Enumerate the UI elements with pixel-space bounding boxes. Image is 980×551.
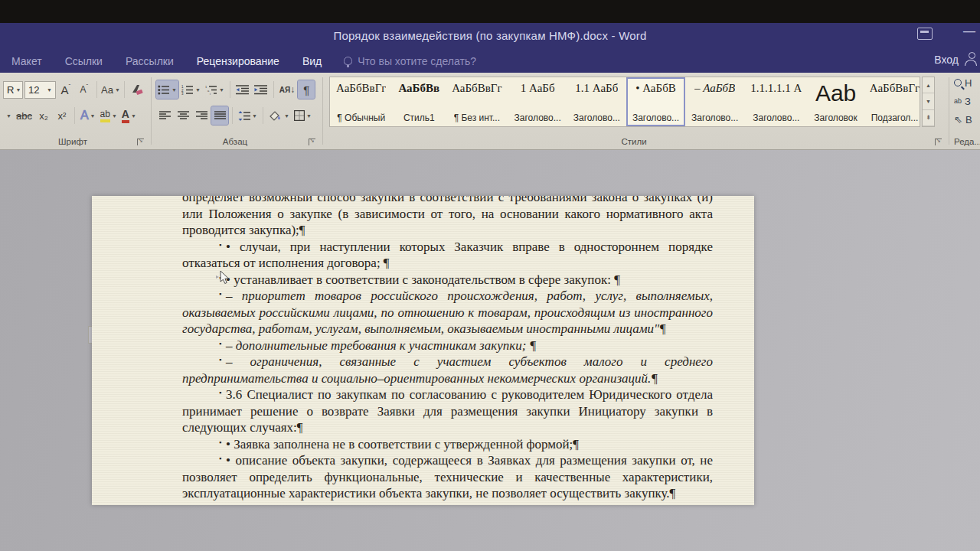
paragraph[interactable]: ▪ – ограничения, связанные с участием су… — [182, 354, 713, 386]
paragraph[interactable]: ▪ 3.6 Специалист по закупкам по согласов… — [182, 386, 713, 436]
highlight-color-button[interactable]: ab▼ — [99, 106, 119, 125]
ribbon-display-options-icon[interactable] — [917, 28, 933, 40]
style-preview: АаБбВвГг — [870, 82, 920, 95]
superscript-button[interactable]: x² — [54, 106, 70, 125]
document-page[interactable]: определяет возможный способ закупки в со… — [92, 196, 754, 505]
ribbon-tab[interactable]: Рассылки — [114, 51, 185, 72]
styles-gallery-scrollbar: ▲ ▼ ⇟ — [922, 77, 935, 127]
tell-me-search[interactable]: Что вы хотите сделать? — [333, 55, 476, 67]
ribbon-tab[interactable]: Макет — [0, 51, 54, 72]
font-group: R▼ 12▼ Аˆ Аˇ Аа▼ ▼ abc x₂ x² — [0, 73, 152, 149]
paragraph[interactable]: ▪ • описание объекта закупки, содержащее… — [182, 452, 713, 502]
document-title: Порядок взаимедействия (по закупкам НМФ)… — [0, 29, 980, 42]
style-preview: • АаБбВ — [635, 82, 676, 95]
style-item[interactable]: 1 АаБб Заголово... — [508, 77, 567, 126]
gallery-scroll-up-icon[interactable]: ▲ — [923, 77, 934, 93]
style-item[interactable]: АаБбВвГг ¶ Обычный — [330, 77, 392, 126]
borders-button[interactable]: ▼ — [292, 106, 313, 125]
find-button[interactable]: Н — [954, 74, 980, 91]
style-name: Стиль1 — [403, 112, 435, 123]
style-preview: АаБбВвГг — [336, 82, 386, 95]
styles-dialog-launcher-icon[interactable] — [935, 139, 942, 145]
gallery-scroll-down-icon[interactable]: ▼ — [923, 93, 934, 109]
justify-button[interactable] — [211, 106, 228, 125]
paragraph[interactable]: ▪ • случаи, при наступлении которых Зака… — [182, 239, 713, 272]
align-left-button[interactable] — [156, 106, 173, 125]
minimize-button[interactable]: — — [963, 24, 975, 38]
ribbon-tab[interactable]: Вид — [291, 51, 333, 72]
document-text[interactable]: определяет возможный способ закупки в со… — [182, 196, 713, 505]
line-spacing-button[interactable]: ▼ — [237, 106, 259, 125]
select-button[interactable]: ⇖ В — [954, 111, 980, 128]
style-name: Подзагол... — [871, 112, 919, 123]
ribbon-tab-row: Макет Ссылки Рассылки Рецензирование Вид… — [0, 49, 980, 73]
paragraph[interactable]: ▪ – дополнительные требования к участник… — [182, 337, 713, 354]
tell-me-label: Что вы хотите сделать? — [358, 55, 476, 67]
style-item[interactable]: АаБбВвГг Подзагол... — [864, 77, 920, 126]
paragraph[interactable]: определяет возможный способ закупки в со… — [182, 196, 713, 239]
paragraph-dialog-launcher-icon[interactable] — [309, 139, 315, 145]
style-preview: Aab — [815, 82, 856, 105]
gallery-more-icon[interactable]: ⇟ — [923, 110, 934, 126]
style-item[interactable]: Aab Заголовок — [808, 77, 863, 126]
paragraph[interactable]: ▪ 3.7 В случае положительного решения в … — [182, 502, 713, 506]
text-effects-button[interactable]: А▼ — [79, 106, 97, 125]
editing-group: Н ab З ⇖ В Реда... — [951, 73, 980, 149]
ribbon: R▼ 12▼ Аˆ Аˇ Аа▼ ▼ abc x₂ x² — [0, 73, 980, 150]
margin-bullet: ▪ — [175, 242, 221, 249]
ribbon-tab[interactable]: Ссылки — [54, 51, 114, 72]
shading-button[interactable]: ▼ — [267, 106, 291, 125]
style-preview: 1.1 АаБб — [575, 82, 618, 95]
underline-dropdown-partial[interactable]: ▼ — [3, 106, 13, 125]
paragraph[interactable]: ▪ – приоритет товаров российского происх… — [182, 288, 713, 337]
mouse-cursor — [214, 270, 231, 287]
increase-indent-button[interactable] — [253, 80, 270, 99]
select-arrow-icon: ⇖ — [954, 114, 962, 126]
change-case-button[interactable]: Аа▼ — [101, 80, 120, 99]
subscript-button[interactable]: x₂ — [35, 106, 52, 125]
margin-bullet: ▪ — [175, 357, 221, 364]
shrink-font-button[interactable]: Аˇ — [76, 80, 93, 99]
styles-group: АаБбВвГг ¶ Обычный АаБбВв Стиль1 АаБбВвГ… — [325, 73, 949, 149]
search-icon — [954, 79, 962, 86]
style-item[interactable]: • АаБбВ Заголово... — [626, 77, 685, 126]
sign-in-link[interactable]: Вход — [934, 54, 959, 66]
multilevel-list-button[interactable]: 1ai ▼ — [204, 80, 226, 99]
grow-font-button[interactable]: Аˆ — [57, 80, 74, 99]
font-name-combo[interactable]: R▼ — [3, 81, 23, 99]
style-preview: АаБбВвГг — [452, 82, 501, 95]
style-name: Заголово... — [632, 112, 679, 123]
show-formatting-marks-button[interactable]: ¶ — [298, 80, 315, 99]
align-right-button[interactable] — [193, 106, 210, 125]
account-person-icon[interactable] — [965, 52, 978, 66]
style-item[interactable]: АаБбВвГг ¶ Без инт... — [446, 77, 508, 126]
font-size-combo[interactable]: 12▼ — [24, 81, 56, 99]
margin-bullet: ▪ — [175, 439, 221, 446]
paragraph[interactable]: ▪ • Заявка заполнена не в соответствии с… — [182, 436, 713, 453]
bullets-button[interactable]: ▼ — [156, 80, 178, 99]
decrease-indent-button[interactable] — [234, 80, 251, 99]
ribbon-tab[interactable]: Рецензирование — [185, 51, 291, 72]
paragraph[interactable]: ▪ • устанавливает в соответствии с закон… — [182, 272, 713, 289]
style-name: Заголово... — [514, 112, 561, 123]
styles-group-label: Стили — [325, 137, 943, 146]
title-bar: Порядок взаимедействия (по закупкам НМФ)… — [0, 23, 980, 49]
font-color-button[interactable]: А▼ — [120, 106, 138, 125]
paragraph-group: ▼ 123 ▼ 1ai ▼ АЯ↓ — [153, 73, 323, 149]
replace-button[interactable]: ab З — [954, 93, 980, 109]
style-preview: – АаБбВ — [694, 82, 735, 95]
style-item[interactable]: 1.1.1.1.1 А Заголово... — [744, 77, 808, 126]
align-center-button[interactable] — [175, 106, 191, 125]
style-item[interactable]: АаБбВв Стиль1 — [392, 77, 446, 126]
editing-group-label: Реда... — [954, 137, 974, 146]
strikethrough-button[interactable]: abc — [15, 106, 34, 125]
clear-formatting-icon[interactable] — [129, 80, 145, 99]
sort-button[interactable]: АЯ↓ — [278, 80, 296, 99]
style-name: Заголово... — [691, 112, 738, 123]
font-dialog-launcher-icon[interactable] — [137, 139, 144, 145]
svg-text:i: i — [210, 92, 211, 95]
numbering-button[interactable]: 123 ▼ — [180, 80, 202, 99]
styles-gallery: АаБбВвГг ¶ Обычный АаБбВв Стиль1 АаБбВвГ… — [329, 77, 920, 127]
style-item[interactable]: – АаБбВ Заголово... — [685, 77, 744, 126]
style-item[interactable]: 1.1 АаБб Заголово... — [567, 77, 626, 126]
